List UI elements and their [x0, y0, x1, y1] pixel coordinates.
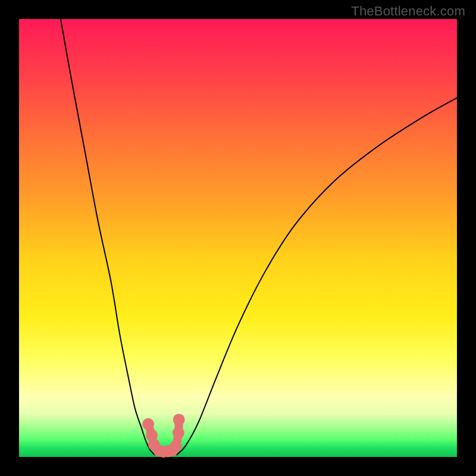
watermark-text: TheBottleneck.com — [351, 4, 465, 19]
chart-frame: TheBottleneck.com — [0, 0, 476, 476]
chart-plot-area — [19, 19, 457, 457]
